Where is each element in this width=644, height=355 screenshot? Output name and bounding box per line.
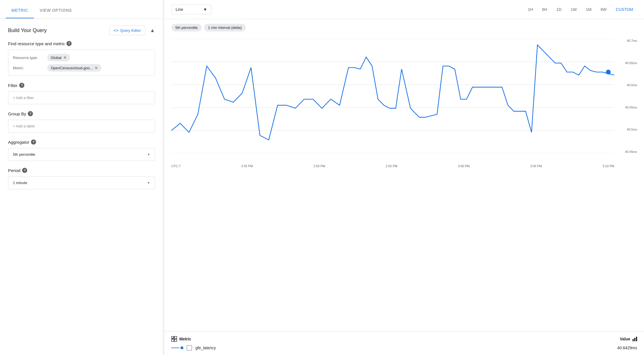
filter-label: Filter ? [8,83,155,88]
time-range-buttons: 1H 6H 1D 1W 1M 6W CUSTOM [524,5,637,14]
pill-1min-interval: 1 min interval (delta) [204,24,246,31]
metric-value: OpenCensus/cloud.goo... [51,66,93,70]
section-header: Build Your Query <> Query Editor ▲ [8,25,155,35]
legend-metric-name: gfe_latency [195,346,614,350]
query-section: Build Your Query <> Query Editor ▲ Find … [0,19,163,355]
find-resource-help-icon[interactable]: ? [66,41,72,46]
chart-type-chevron-icon: ▼ [203,7,207,12]
y-label-0: 40.7ms [617,39,637,42]
legend-metric-value: 40.6429ms [617,346,637,350]
bar-3 [636,337,637,341]
filter-help-icon[interactable]: ? [19,83,24,88]
group-by-help-icon[interactable]: ? [28,111,33,116]
time-btn-1m[interactable]: 1M [582,5,595,14]
y-axis: 40.7ms 40.65ms 40.6ms 40.55ms 40.5ms 40.… [617,39,637,153]
svg-rect-9 [174,339,177,342]
legend-value-header: Value [620,337,637,341]
chart-toolbar: Line ▼ 1H 6H 1D 1W 1M 6W CUSTOM [164,0,644,19]
period-dropdown[interactable]: 1 minute ▼ [8,176,155,189]
svg-rect-7 [174,336,177,339]
resource-type-label: Resource type: [13,56,44,60]
x-label-250: 2:50 PM [313,164,325,168]
x-label-305: 3:05 PM [530,164,542,168]
grid-icon [171,336,177,342]
time-btn-1d[interactable]: 1D [552,5,566,14]
period-section: Period ? 1 minute ▼ [8,168,155,189]
legend-checkbox[interactable] [187,345,192,350]
code-icon: <> [113,28,118,33]
legend-line-indicator [171,346,183,349]
aggregator-section: Aggregator ? 5th percentile ▼ [8,139,155,161]
x-label-utc: UTC-7 [171,164,180,168]
time-btn-custom[interactable]: CUSTOM [612,5,637,14]
svg-rect-8 [172,339,174,342]
resource-type-value: Global [51,56,62,60]
right-panel: Line ▼ 1H 6H 1D 1W 1M 6W CUSTOM 5th perc… [164,0,644,355]
legend-line-dash [171,348,179,348]
legend-row-0: gfe_latency 40.6429ms [171,345,637,350]
time-btn-1w[interactable]: 1W [567,5,581,14]
chart-current-dot [606,70,610,74]
y-label-1: 40.65ms [617,61,637,65]
tab-metric[interactable]: METRIC [6,0,34,18]
find-resource-label: Find resource type and metric ? [8,41,155,46]
aggregator-chevron-icon: ▼ [147,153,150,156]
collapse-button[interactable]: ▲ [150,27,155,33]
filter-section: Filter ? + Add a filter [8,83,155,104]
metric-chip[interactable]: OpenCensus/cloud.goo... ✕ [47,64,101,72]
x-label-255: 2:55 PM [386,164,397,168]
period-chevron-icon: ▼ [147,181,150,184]
period-help-icon[interactable]: ? [22,168,27,173]
resource-type-chip[interactable]: Global ✕ [47,54,70,61]
metric-label: Metric: [13,66,44,70]
chart-type-value: Line [176,7,183,12]
query-editor-label: Query Editor [120,28,141,33]
group-by-section: Group By ? + Add a label [8,111,155,133]
find-resource-section: Find resource type and metric ? Resource… [8,41,155,76]
resource-type-close-icon[interactable]: ✕ [63,55,67,60]
time-btn-1h[interactable]: 1H [524,5,537,14]
legend-value-label: Value [620,337,630,341]
time-btn-6h[interactable]: 6H [538,5,551,14]
x-axis: UTC-7 2:45 PM 2:50 PM 2:55 PM 3:00 PM 3:… [171,164,614,168]
tabs-bar: METRIC VIEW OPTIONS [0,0,163,19]
x-label-245: 2:45 PM [241,164,253,168]
group-by-input[interactable]: + Add a label [8,120,155,133]
aggregator-value: 5th percentile [13,152,35,157]
resource-type-row: Resource type: Global ✕ [13,54,150,61]
pill-5th-percentile: 5th percentile [171,24,202,31]
y-label-2: 40.6ms [617,83,637,87]
bar-2 [634,338,635,341]
chart-type-selector[interactable]: Line ▼ [171,5,211,14]
x-label-300: 3:00 PM [458,164,470,168]
x-label-310: 3:10 PM [602,164,614,168]
filter-input[interactable]: + Add a filter [8,91,155,104]
resource-metric-box: Resource type: Global ✕ Metric: OpenCens… [8,50,155,76]
metric-row: Metric: OpenCensus/cloud.goo... ✕ [13,64,150,72]
left-panel: METRIC VIEW OPTIONS Build Your Query <> … [0,0,163,355]
tab-view-options[interactable]: VIEW OPTIONS [34,0,77,18]
aggregator-label: Aggregator ? [8,139,155,145]
y-label-3: 40.55ms [617,106,637,109]
chart-pills: 5th percentile 1 min interval (delta) [164,19,644,36]
period-value: 1 minute [13,181,27,185]
bars-icon [633,337,637,341]
query-editor-button[interactable]: <> Query Editor [109,25,145,35]
aggregator-help-icon[interactable]: ? [31,139,36,145]
legend-title: Metric [171,336,191,342]
chart-legend: Metric Value [164,331,644,355]
metric-close-icon[interactable]: ✕ [95,66,98,70]
y-label-4: 40.5ms [617,128,637,131]
section-title: Build Your Query [8,27,47,33]
time-btn-6w[interactable]: 6W [597,5,611,14]
chart-area: 40.7ms 40.65ms 40.6ms 40.55ms 40.5ms 40.… [164,36,644,331]
bar-1 [633,339,634,341]
group-by-label: Group By ? [8,111,155,116]
y-label-5: 40.45ms [617,150,637,153]
legend-metric-header: Metric [179,337,191,341]
period-label: Period ? [8,168,155,173]
legend-dot [180,346,183,349]
chart-svg [171,39,614,153]
legend-header: Metric Value [171,336,637,342]
aggregator-dropdown[interactable]: 5th percentile ▼ [8,148,155,161]
